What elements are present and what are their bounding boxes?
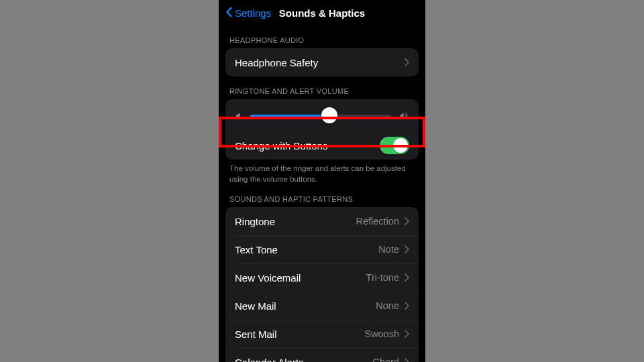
volume-slider-row bbox=[225, 99, 419, 131]
toggle-knob bbox=[393, 138, 408, 153]
row-label: Text Tone bbox=[235, 244, 378, 255]
row-label: Change with Buttons bbox=[235, 140, 380, 152]
chevron-right-icon bbox=[405, 245, 409, 253]
row-value: Reflection bbox=[356, 216, 399, 227]
chevron-right-icon bbox=[405, 302, 409, 310]
row-value: Note bbox=[378, 244, 399, 255]
chevron-left-icon bbox=[225, 7, 233, 19]
row-value: Chord bbox=[373, 357, 400, 362]
patterns-group: RingtoneReflectionText ToneNoteNew Voice… bbox=[225, 207, 419, 362]
row-headphone-safety[interactable]: Headphone Safety bbox=[225, 48, 419, 76]
row-sound-pattern[interactable]: Text ToneNote bbox=[225, 235, 419, 263]
row-label: New Voicemail bbox=[235, 272, 366, 284]
headphone-group: Headphone Safety bbox=[225, 48, 419, 76]
settings-screen: Settings Sounds & Haptics HEADPHONE AUDI… bbox=[219, 0, 425, 362]
row-label: Ringtone bbox=[235, 216, 356, 227]
speaker-low-icon bbox=[235, 111, 244, 120]
back-button[interactable]: Settings bbox=[225, 7, 271, 19]
chevron-right-icon bbox=[405, 217, 409, 225]
row-change-with-buttons[interactable]: Change with Buttons bbox=[225, 131, 419, 160]
slider-fill bbox=[250, 115, 329, 117]
row-sound-pattern[interactable]: RingtoneReflection bbox=[225, 207, 419, 235]
row-label: New Mail bbox=[235, 300, 376, 312]
volume-slider[interactable] bbox=[250, 115, 391, 117]
section-header-headphone: HEADPHONE AUDIO bbox=[219, 25, 425, 48]
chevron-right-icon bbox=[405, 58, 409, 66]
chevron-right-icon bbox=[405, 330, 409, 338]
volume-footer: The volume of the ringer and alerts can … bbox=[219, 160, 425, 184]
row-label: Headphone Safety bbox=[235, 57, 405, 68]
chevron-right-icon bbox=[405, 358, 409, 362]
row-sound-pattern[interactable]: New MailNone bbox=[225, 292, 419, 320]
row-label: Sent Mail bbox=[235, 328, 364, 340]
section-header-volume: RINGTONE AND ALERT VOLUME bbox=[219, 76, 425, 99]
row-value: Swoosh bbox=[364, 328, 399, 339]
row-sound-pattern[interactable]: Calendar AlertsChord bbox=[225, 348, 419, 362]
nav-bar: Settings Sounds & Haptics bbox=[219, 0, 425, 25]
section-header-patterns: SOUNDS AND HAPTIC PATTERNS bbox=[219, 184, 425, 207]
speaker-high-icon bbox=[398, 111, 409, 120]
slider-knob[interactable] bbox=[321, 107, 337, 123]
row-value: Tri-tone bbox=[366, 272, 399, 283]
row-value: None bbox=[376, 300, 399, 311]
row-sound-pattern[interactable]: Sent MailSwoosh bbox=[225, 320, 419, 348]
row-sound-pattern[interactable]: New VoicemailTri-tone bbox=[225, 263, 419, 292]
toggle-change-with-buttons[interactable] bbox=[380, 137, 409, 154]
chevron-right-icon bbox=[405, 274, 409, 282]
back-label: Settings bbox=[235, 7, 271, 19]
volume-group: Change with Buttons bbox=[225, 99, 419, 160]
row-label: Calendar Alerts bbox=[235, 357, 373, 362]
